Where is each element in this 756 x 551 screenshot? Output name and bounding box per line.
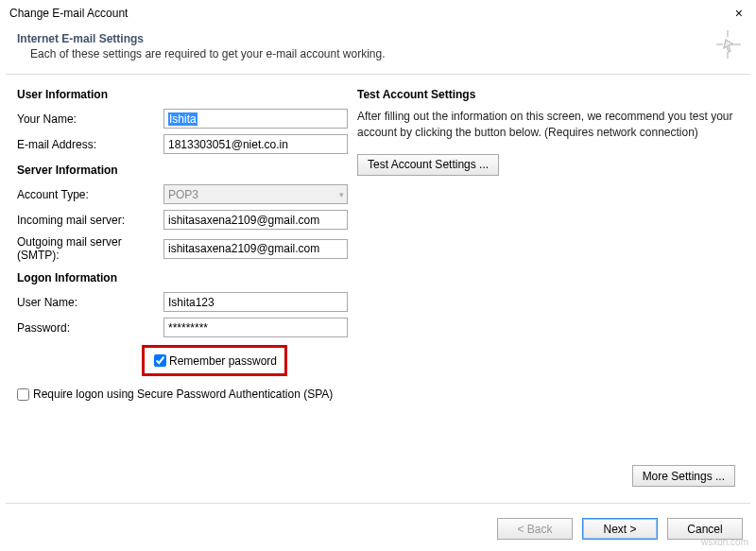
section-server-info: Server Information xyxy=(17,164,348,177)
row-password: Password: xyxy=(17,318,348,337)
title-bar: Change E-mail Account × xyxy=(0,0,756,25)
remember-password-highlight: Remember password xyxy=(142,345,287,376)
username-input[interactable] xyxy=(163,292,348,312)
remember-password-label: Remember password xyxy=(169,354,277,368)
your-name-input[interactable]: Ishita xyxy=(163,109,348,129)
row-outgoing: Outgoing mail server (SMTP): xyxy=(17,235,348,262)
back-button[interactable]: < Back xyxy=(497,518,573,540)
outgoing-input[interactable] xyxy=(163,239,348,259)
email-input[interactable] xyxy=(163,134,348,154)
header-subtitle: Each of these settings are required to g… xyxy=(17,47,739,60)
header-title: Internet E-mail Settings xyxy=(17,32,739,45)
spa-checkbox[interactable] xyxy=(17,388,29,401)
label-your-name: Your Name: xyxy=(17,112,163,126)
remember-password-checkbox[interactable] xyxy=(154,354,166,367)
section-user-info: User Information xyxy=(17,88,348,101)
divider-bottom xyxy=(6,503,750,504)
row-email: E-mail Address: xyxy=(17,134,348,154)
label-outgoing: Outgoing mail server (SMTP): xyxy=(17,235,163,262)
row-incoming: Incoming mail server: xyxy=(17,210,348,230)
left-column: User Information Your Name: Ishita E-mai… xyxy=(17,88,348,401)
close-icon[interactable]: × xyxy=(730,6,748,21)
account-type-value: POP3 xyxy=(168,188,198,201)
window-title: Change E-mail Account xyxy=(9,7,730,20)
row-your-name: Your Name: Ishita xyxy=(17,109,348,129)
row-account-type: Account Type: POP3 ▾ xyxy=(17,184,348,204)
content-area: User Information Your Name: Ishita E-mai… xyxy=(0,75,756,401)
label-password: Password: xyxy=(17,321,163,335)
label-email: E-mail Address: xyxy=(17,138,163,151)
incoming-input[interactable] xyxy=(163,210,348,230)
cursor-icon xyxy=(714,28,741,60)
label-account-type: Account Type: xyxy=(17,188,163,201)
test-settings-text: After filling out the information on thi… xyxy=(357,109,747,141)
row-spa: Require logon using Secure Password Auth… xyxy=(17,387,348,401)
label-username: User Name: xyxy=(17,296,163,309)
section-logon-info: Logon Information xyxy=(17,271,348,284)
spa-label: Require logon using Secure Password Auth… xyxy=(33,387,333,401)
more-settings-button[interactable]: More Settings ... xyxy=(632,465,735,487)
right-column: Test Account Settings After filling out … xyxy=(348,88,747,401)
header: Internet E-mail Settings Each of these s… xyxy=(0,25,756,74)
label-incoming: Incoming mail server: xyxy=(17,214,163,227)
test-settings-title: Test Account Settings xyxy=(357,88,747,101)
chevron-down-icon: ▾ xyxy=(339,190,344,199)
watermark: wsxdn.com xyxy=(701,537,748,547)
test-account-button[interactable]: Test Account Settings ... xyxy=(357,154,499,176)
account-type-select: POP3 ▾ xyxy=(163,184,348,204)
row-username: User Name: xyxy=(17,292,348,312)
next-button[interactable]: Next > xyxy=(582,518,658,540)
password-input[interactable] xyxy=(163,318,348,337)
